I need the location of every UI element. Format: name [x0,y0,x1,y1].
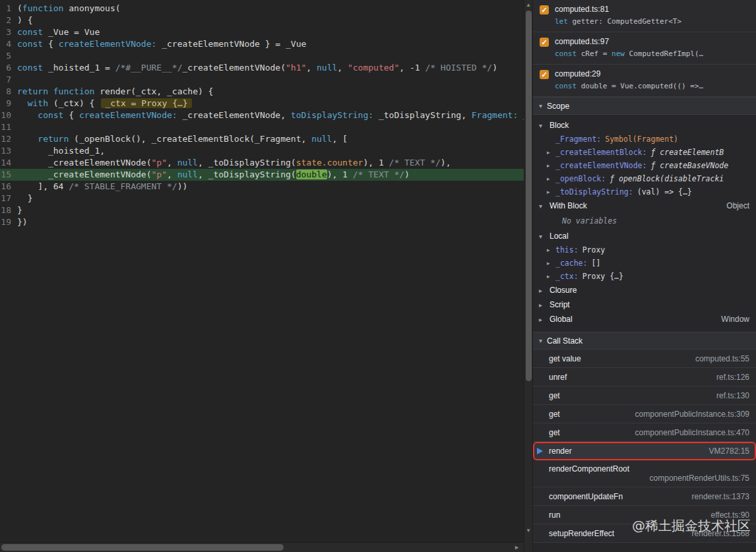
scope-variable[interactable]: ▸this:Proxy [533,243,756,257]
callstack-frame[interactable]: setupRenderEffectrenderer.ts:1568 [533,524,756,543]
callstack-frame[interactable]: getref.ts:130 [533,386,756,405]
scope-variable[interactable]: _Fragment:Symbol(Fragment) [533,133,756,146]
code-token: _createElementVNode } = _Vue [156,39,306,49]
line-number[interactable]: 16 [0,181,17,193]
scope-group-closure[interactable]: ▸Closure [533,283,756,297]
line-number[interactable]: 8 [0,86,17,98]
callstack-frame[interactable]: getcomponentPublicInstance.ts:470 [533,423,756,442]
code-token: null [317,63,337,73]
line-number[interactable]: 7 [0,74,17,86]
horizontal-scrollbar[interactable]: ► [0,542,524,552]
frame-location: ref.ts:126 [709,373,749,382]
frame-function: setupRenderEffect [549,529,614,538]
code-token: , [167,169,177,179]
scope-variable[interactable]: ▸_createElementVNode:ƒ createBaseVNode [533,159,756,172]
code-token: _hoisted_1, [17,146,105,156]
scope-group-script[interactable]: ▸Script [533,297,756,312]
frame-function: get [549,391,560,400]
scope-variable[interactable]: ▸_openBlock:ƒ openBlock(disableTracki [533,172,756,185]
code-token: } [17,205,22,215]
code-token: function [22,3,64,13]
code-token: const [555,82,577,90]
scope-section-header[interactable]: ▾ Scope [533,97,756,115]
line-number[interactable]: 10 [0,109,17,121]
triangle-down-icon: ▾ [539,122,546,129]
horizontal-scrollbar-thumb[interactable] [1,544,284,551]
code-token: return [17,86,48,96]
line-number[interactable]: 4 [0,38,17,50]
line-number[interactable]: 11 [0,121,17,133]
triangle-down-icon: ▾ [539,102,542,109]
code-token: /* HOISTED */ [425,63,492,73]
line-number[interactable]: 1 [0,3,17,15]
line-number[interactable]: 3 [0,26,17,38]
scope-group-local[interactable]: ▾Local [533,229,756,243]
callstack-frame[interactable]: unrefref.ts:126 [533,368,756,386]
breakpoint-checkbox[interactable]: ✓ [540,38,549,47]
code-token: "computed" [348,63,399,73]
line-number[interactable]: 6 [0,62,17,74]
code-token: /* STABLE_FRAGMENT */ [69,181,177,191]
devtools-sources-panel: 1(function anonymous(2) {3const _Vue = V… [0,0,756,552]
code-line: 14 _createElementVNode("p", null, _toDis… [0,157,524,169]
scope-variable[interactable]: ▸_createElementBlock:ƒ createElementB [533,146,756,159]
code-token: )) [177,181,188,191]
code-line: 7 [0,74,524,86]
code-text: const _Vue = Vue [17,26,100,38]
scope-variable[interactable]: ▸_ctx:Proxy {…} [533,270,756,283]
code-line: 13 _hoisted_1, [0,145,524,157]
line-number[interactable]: 2 [0,15,17,26]
frame-function: componentUpdateFn [549,492,623,501]
scope-group-global[interactable]: ▸GlobalWindow [533,312,756,326]
code-text: _createElementVNode("p", null, _toDispla… [17,157,451,169]
breakpoint-entry[interactable]: ✓computed:29const double = Vue.computed(… [533,65,756,97]
variable-name: _createElementBlock: [555,148,646,157]
callstack-section-header[interactable]: ▾ Call Stack [533,332,756,350]
line-number[interactable]: 14 [0,157,17,169]
scroll-down-icon[interactable]: ▼ [524,528,532,534]
triangle-down-icon: ▾ [539,337,542,344]
code-text: ], 64 /* STABLE_FRAGMENT */)) [17,181,187,193]
callstack-list: get valuecomputed.ts:55unrefref.ts:126ge… [533,350,756,543]
scope-group-block[interactable]: ▾Block [533,118,756,133]
line-number[interactable]: 15 [0,169,17,181]
triangle-right-icon: ▸ [539,287,546,294]
scroll-right-icon[interactable]: ► [514,544,520,551]
scope-group-with-block[interactable]: ▾With BlockObject [533,199,756,213]
code-line: 6const _hoisted_1 = /*#__PURE__*/_create… [0,62,524,74]
breakpoint-checkbox[interactable]: ✓ [540,5,549,15]
callstack-frame[interactable]: renderVM2782:15 [533,442,756,460]
code-token: , _toDisplayString( [198,158,296,168]
scroll-up-icon[interactable]: ▲ [524,2,532,8]
frame-function: unref [549,373,567,382]
line-number[interactable]: 17 [0,193,17,204]
scope-variable[interactable]: ▸_cache:[] [533,257,756,270]
scope-variable[interactable]: ▸_toDisplayString:(val) => {…} [533,185,756,199]
triangle-right-icon: ▸ [539,316,546,323]
callstack-frame[interactable]: getcomponentPublicInstance.ts:309 [533,405,756,423]
callstack-frame[interactable]: renderComponentRootcomponentRenderUtils.… [533,460,756,487]
code-token: ) [404,169,410,179]
code-text: (function anonymous( [17,3,121,15]
callstack-frame[interactable]: componentUpdateFnrenderer.ts:1373 [533,487,756,506]
breakpoint-checkbox[interactable]: ✓ [540,70,549,79]
line-number[interactable]: 19 [0,216,17,228]
line-number[interactable]: 18 [0,204,17,216]
callstack-frame[interactable]: get valuecomputed.ts:55 [533,350,756,368]
vertical-scrollbar-thumb[interactable] [526,11,532,381]
breakpoint-entry[interactable]: ✓computed.ts:81let getter: ComputedGette… [533,0,756,32]
variable-name: _Fragment: [555,135,601,144]
line-number[interactable]: 5 [0,50,17,62]
breakpoint-entry[interactable]: ✓computed.ts:97const cRef = new Computed… [533,32,756,65]
code-editor[interactable]: 1(function anonymous(2) {3const _Vue = V… [0,0,524,552]
vertical-scrollbar[interactable]: ▲ ▼ [524,0,533,552]
code-text: with (_ctx) {_ctx = Proxy {…} [17,98,192,109]
callstack-frame[interactable]: runeffect.ts:90 [533,506,756,524]
triangle-down-icon: ▾ [539,233,546,240]
callstack-section-title: Call Stack [547,336,583,346]
line-number[interactable]: 9 [0,98,17,109]
code-token: _Vue = Vue [43,27,100,37]
breakpoints-list: ✓computed.ts:81let getter: ComputedGette… [533,0,756,97]
line-number[interactable]: 13 [0,145,17,157]
line-number[interactable]: 12 [0,133,17,145]
